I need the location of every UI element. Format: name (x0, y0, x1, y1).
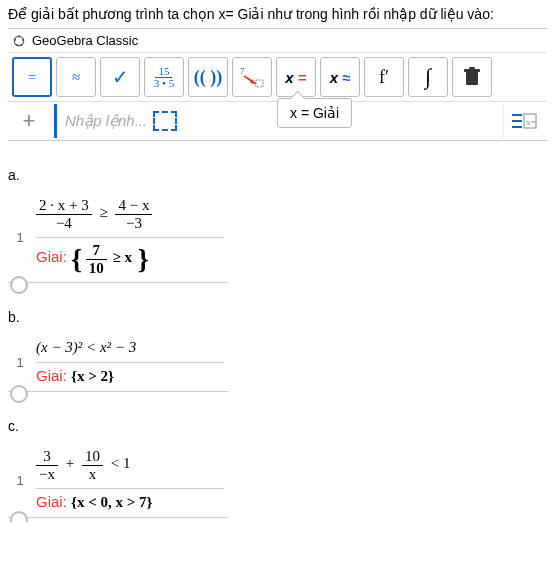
option-a-solution: Giai: { 710 ≥ x } (36, 237, 224, 276)
toolbar: = ≈ ✓ 15 3 • 5 (( )) 7 x = x = Giải x ≈ … (8, 52, 547, 102)
option-c: c. 1 3−x + 10x < 1 Giai: {x < 0, x > 7} (8, 418, 547, 518)
svg-point-2 (22, 38, 24, 40)
tool-solve-tooltip: x = Giải (277, 98, 352, 128)
tool-integral[interactable]: ∫ (408, 57, 448, 97)
option-a-card: 1 2 · x + 3−4 ≥ 4 − x−3 Giai: { 710 ≥ x … (8, 191, 228, 283)
option-a-equation: 2 · x + 3−4 ≥ 4 − x−3 (36, 197, 224, 231)
option-b: b. 1 (x − 3)² < x² − 3 Giai: {x > 2} (8, 309, 547, 392)
option-a-rownum: 1 (8, 229, 32, 244)
tool-derivative[interactable]: f′ (364, 57, 404, 97)
option-c-label: c. (8, 418, 547, 434)
tool-approx[interactable]: ≈ (56, 57, 96, 97)
tool-substitute[interactable]: 7 (232, 57, 272, 97)
svg-text:x=: x= (526, 117, 536, 127)
option-b-solution: Giai: {x > 2} (36, 362, 224, 385)
svg-point-4 (20, 43, 22, 45)
tool-delete[interactable] (452, 57, 492, 97)
option-a-radio[interactable] (10, 276, 28, 294)
option-b-label: b. (8, 309, 547, 325)
option-c-solution: Giai: {x < 0, x > 7} (36, 488, 224, 511)
tool-fraction[interactable]: 15 3 • 5 (144, 57, 184, 97)
option-b-equation: (x − 3)² < x² − 3 (36, 339, 224, 356)
svg-rect-9 (466, 72, 478, 85)
option-c-radio[interactable] (10, 511, 28, 522)
trash-icon (463, 67, 481, 87)
app-title: GeoGebra Classic (32, 33, 138, 48)
option-b-rownum: 1 (8, 355, 32, 370)
svg-rect-8 (256, 80, 263, 87)
right-panel-toggle[interactable]: x= (503, 104, 543, 138)
hamburger-box-icon: x= (510, 111, 538, 131)
substitute-icon: 7 (238, 66, 266, 88)
add-row-button[interactable]: + (12, 104, 46, 138)
instruction-text: Để giải bất phương trình ta chọn x= Giải… (8, 6, 547, 22)
svg-rect-10 (464, 69, 480, 72)
tool-parentheses[interactable]: (( )) (188, 57, 228, 97)
tool-nsolve[interactable]: x ≈ (320, 57, 360, 97)
option-a: a. 1 2 · x + 3−4 ≥ 4 − x−3 Giai: { 710 ≥… (8, 167, 547, 283)
input-cursor-box (153, 111, 177, 131)
option-c-equation: 3−x + 10x < 1 (36, 448, 224, 482)
svg-point-1 (14, 38, 16, 40)
option-b-card: 1 (x − 3)² < x² − 3 Giai: {x > 2} (8, 333, 228, 392)
geogebra-logo-icon (12, 34, 26, 48)
svg-rect-11 (469, 67, 475, 69)
svg-point-3 (16, 43, 18, 45)
option-c-rownum: 1 (8, 472, 32, 487)
option-a-label: a. (8, 167, 547, 183)
input-placeholder: Nhập lệnh... (65, 112, 147, 130)
option-c-card: 1 3−x + 10x < 1 Giai: {x < 0, x > 7} (8, 442, 228, 518)
tool-solve[interactable]: x = x = Giải (276, 57, 316, 97)
command-input[interactable]: Nhập lệnh... (54, 104, 265, 138)
tool-equals[interactable]: = (12, 57, 52, 97)
svg-point-5 (18, 35, 20, 37)
option-b-radio[interactable] (10, 385, 28, 403)
svg-text:7: 7 (240, 66, 245, 76)
tool-keep-input[interactable]: ✓ (100, 57, 140, 97)
svg-point-0 (14, 36, 23, 45)
geogebra-app: GeoGebra Classic = ≈ ✓ 15 3 • 5 (( )) 7 … (8, 28, 547, 141)
